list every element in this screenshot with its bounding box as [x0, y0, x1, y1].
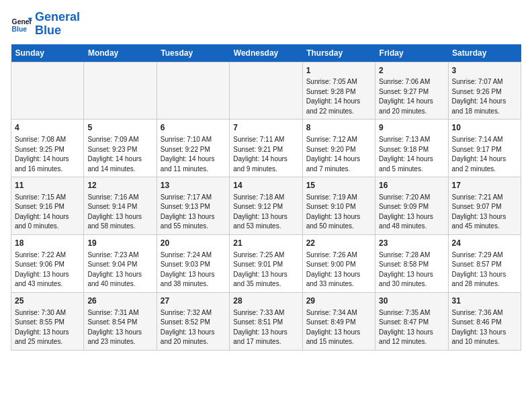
day-info: Sunrise: 7:11 AM Sunset: 9:21 PM Dayligh…	[233, 135, 298, 174]
day-info: Sunrise: 7:30 AM Sunset: 8:55 PM Dayligh…	[15, 308, 80, 347]
svg-text:Blue: Blue	[12, 26, 28, 33]
day-number: 26	[87, 295, 152, 307]
day-info: Sunrise: 7:32 AM Sunset: 8:52 PM Dayligh…	[161, 308, 226, 347]
day-info: Sunrise: 7:12 AM Sunset: 9:20 PM Dayligh…	[306, 135, 371, 174]
day-info: Sunrise: 7:06 AM Sunset: 9:27 PM Dayligh…	[379, 77, 444, 116]
calendar-day-8: 8Sunrise: 7:12 AM Sunset: 9:20 PM Daylig…	[302, 120, 375, 177]
calendar-day-18: 18Sunrise: 7:22 AM Sunset: 9:06 PM Dayli…	[11, 234, 84, 292]
day-number: 21	[233, 238, 298, 249]
calendar-day-17: 17Sunrise: 7:21 AM Sunset: 9:07 PM Dayli…	[448, 177, 521, 235]
calendar-week-1: 1Sunrise: 7:05 AM Sunset: 9:28 PM Daylig…	[11, 62, 521, 120]
weekday-header-sunday: Sunday	[11, 44, 84, 62]
day-number: 4	[15, 122, 80, 134]
calendar-day-23: 23Sunrise: 7:28 AM Sunset: 8:58 PM Dayli…	[375, 234, 448, 292]
day-number: 31	[452, 295, 517, 307]
day-number: 6	[161, 122, 226, 134]
calendar-empty-cell	[84, 62, 157, 120]
day-info: Sunrise: 7:14 AM Sunset: 9:17 PM Dayligh…	[452, 135, 517, 174]
calendar-day-2: 2Sunrise: 7:06 AM Sunset: 9:27 PM Daylig…	[375, 62, 448, 120]
calendar-empty-cell	[230, 62, 302, 120]
day-number: 16	[379, 180, 444, 191]
calendar-day-4: 4Sunrise: 7:08 AM Sunset: 9:25 PM Daylig…	[11, 120, 84, 177]
calendar-day-1: 1Sunrise: 7:05 AM Sunset: 9:28 PM Daylig…	[302, 62, 375, 120]
calendar-day-28: 28Sunrise: 7:33 AM Sunset: 8:51 PM Dayli…	[230, 292, 302, 350]
day-number: 17	[452, 180, 517, 191]
calendar-day-10: 10Sunrise: 7:14 AM Sunset: 9:17 PM Dayli…	[448, 120, 521, 177]
calendar-day-6: 6Sunrise: 7:10 AM Sunset: 9:22 PM Daylig…	[157, 120, 229, 177]
calendar-day-20: 20Sunrise: 7:24 AM Sunset: 9:03 PM Dayli…	[157, 234, 229, 292]
weekday-header-tuesday: Tuesday	[157, 44, 229, 62]
day-info: Sunrise: 7:33 AM Sunset: 8:51 PM Dayligh…	[233, 308, 298, 347]
day-number: 27	[161, 295, 226, 307]
day-number: 12	[87, 180, 152, 191]
day-number: 1	[306, 65, 371, 77]
day-number: 23	[379, 238, 444, 249]
weekday-header-wednesday: Wednesday	[230, 44, 302, 62]
day-info: Sunrise: 7:08 AM Sunset: 9:25 PM Dayligh…	[15, 135, 80, 174]
day-info: Sunrise: 7:21 AM Sunset: 9:07 PM Dayligh…	[452, 193, 517, 232]
day-info: Sunrise: 7:29 AM Sunset: 8:57 PM Dayligh…	[452, 250, 517, 289]
logo-text: GeneralBlue	[35, 11, 80, 38]
calendar-week-3: 11Sunrise: 7:15 AM Sunset: 9:16 PM Dayli…	[11, 177, 521, 235]
day-number: 22	[306, 238, 371, 249]
calendar-day-14: 14Sunrise: 7:18 AM Sunset: 9:12 PM Dayli…	[230, 177, 302, 235]
day-info: Sunrise: 7:25 AM Sunset: 9:01 PM Dayligh…	[233, 250, 298, 289]
day-number: 24	[452, 238, 517, 249]
day-number: 8	[306, 122, 371, 134]
calendar-day-24: 24Sunrise: 7:29 AM Sunset: 8:57 PM Dayli…	[448, 234, 521, 292]
day-info: Sunrise: 7:15 AM Sunset: 9:16 PM Dayligh…	[15, 193, 80, 232]
weekday-header-row: SundayMondayTuesdayWednesdayThursdayFrid…	[11, 44, 521, 62]
day-info: Sunrise: 7:09 AM Sunset: 9:23 PM Dayligh…	[87, 135, 152, 174]
page-header: General Blue GeneralBlue	[11, 11, 521, 38]
calendar-week-4: 18Sunrise: 7:22 AM Sunset: 9:06 PM Dayli…	[11, 234, 521, 292]
calendar-day-11: 11Sunrise: 7:15 AM Sunset: 9:16 PM Dayli…	[11, 177, 84, 235]
logo-icon: General Blue	[11, 13, 32, 35]
day-info: Sunrise: 7:16 AM Sunset: 9:14 PM Dayligh…	[87, 193, 152, 232]
day-number: 29	[306, 295, 371, 307]
calendar-day-3: 3Sunrise: 7:07 AM Sunset: 9:26 PM Daylig…	[448, 62, 521, 120]
calendar-empty-cell	[157, 62, 229, 120]
day-info: Sunrise: 7:05 AM Sunset: 9:28 PM Dayligh…	[306, 77, 371, 116]
calendar-day-27: 27Sunrise: 7:32 AM Sunset: 8:52 PM Dayli…	[157, 292, 229, 350]
logo: General Blue GeneralBlue	[11, 11, 80, 38]
calendar-day-12: 12Sunrise: 7:16 AM Sunset: 9:14 PM Dayli…	[84, 177, 157, 235]
day-number: 13	[161, 180, 226, 191]
day-info: Sunrise: 7:24 AM Sunset: 9:03 PM Dayligh…	[161, 250, 226, 289]
day-number: 7	[233, 122, 298, 134]
calendar-table: SundayMondayTuesdayWednesdayThursdayFrid…	[11, 44, 521, 351]
day-info: Sunrise: 7:28 AM Sunset: 8:58 PM Dayligh…	[379, 250, 444, 289]
day-number: 2	[379, 65, 444, 77]
day-number: 9	[379, 122, 444, 134]
calendar-day-5: 5Sunrise: 7:09 AM Sunset: 9:23 PM Daylig…	[84, 120, 157, 177]
calendar-week-2: 4Sunrise: 7:08 AM Sunset: 9:25 PM Daylig…	[11, 120, 521, 177]
day-number: 3	[452, 65, 517, 77]
calendar-day-9: 9Sunrise: 7:13 AM Sunset: 9:18 PM Daylig…	[375, 120, 448, 177]
day-info: Sunrise: 7:36 AM Sunset: 8:46 PM Dayligh…	[452, 308, 517, 347]
day-info: Sunrise: 7:35 AM Sunset: 8:47 PM Dayligh…	[379, 308, 444, 347]
day-number: 11	[15, 180, 80, 191]
calendar-day-7: 7Sunrise: 7:11 AM Sunset: 9:21 PM Daylig…	[230, 120, 302, 177]
calendar-day-19: 19Sunrise: 7:23 AM Sunset: 9:04 PM Dayli…	[84, 234, 157, 292]
weekday-header-friday: Friday	[375, 44, 448, 62]
calendar-day-30: 30Sunrise: 7:35 AM Sunset: 8:47 PM Dayli…	[375, 292, 448, 350]
day-number: 19	[87, 238, 152, 249]
day-info: Sunrise: 7:20 AM Sunset: 9:09 PM Dayligh…	[379, 193, 444, 232]
calendar-day-25: 25Sunrise: 7:30 AM Sunset: 8:55 PM Dayli…	[11, 292, 84, 350]
day-number: 14	[233, 180, 298, 191]
calendar-day-15: 15Sunrise: 7:19 AM Sunset: 9:10 PM Dayli…	[302, 177, 375, 235]
day-number: 30	[379, 295, 444, 307]
weekday-header-monday: Monday	[84, 44, 157, 62]
calendar-day-26: 26Sunrise: 7:31 AM Sunset: 8:54 PM Dayli…	[84, 292, 157, 350]
day-number: 15	[306, 180, 371, 191]
calendar-day-31: 31Sunrise: 7:36 AM Sunset: 8:46 PM Dayli…	[448, 292, 521, 350]
calendar-day-21: 21Sunrise: 7:25 AM Sunset: 9:01 PM Dayli…	[230, 234, 302, 292]
calendar-day-16: 16Sunrise: 7:20 AM Sunset: 9:09 PM Dayli…	[375, 177, 448, 235]
calendar-day-29: 29Sunrise: 7:34 AM Sunset: 8:49 PM Dayli…	[302, 292, 375, 350]
day-info: Sunrise: 7:13 AM Sunset: 9:18 PM Dayligh…	[379, 135, 444, 174]
day-info: Sunrise: 7:19 AM Sunset: 9:10 PM Dayligh…	[306, 193, 371, 232]
weekday-header-saturday: Saturday	[448, 44, 521, 62]
calendar-day-22: 22Sunrise: 7:26 AM Sunset: 9:00 PM Dayli…	[302, 234, 375, 292]
day-number: 20	[161, 238, 226, 249]
day-info: Sunrise: 7:26 AM Sunset: 9:00 PM Dayligh…	[306, 250, 371, 289]
day-info: Sunrise: 7:23 AM Sunset: 9:04 PM Dayligh…	[87, 250, 152, 289]
